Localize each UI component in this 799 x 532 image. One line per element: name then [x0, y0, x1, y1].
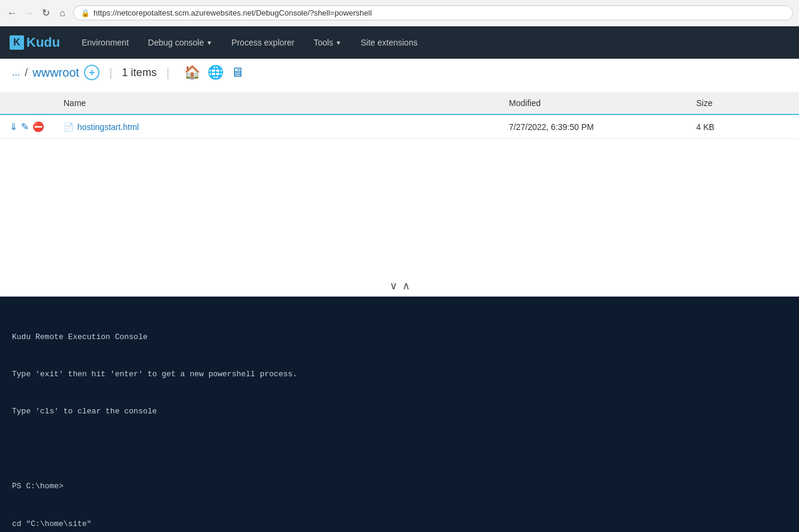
navbar: K Kudu Environment Debug console ▼ Proce…: [0, 26, 799, 59]
file-name: hostingstart.html: [77, 122, 139, 132]
tools-dropdown-arrow: ▼: [336, 40, 342, 46]
col-name-header: Name: [54, 92, 499, 114]
terminal-line-2: Type 'cls' to clear the console: [12, 406, 787, 418]
navbar-brand: K Kudu: [10, 35, 60, 50]
row-modified-cell: 7/27/2022, 6:39:50 PM: [499, 114, 686, 139]
nav-item-debug-console[interactable]: Debug console ▼: [138, 26, 222, 59]
resize-up-arrow[interactable]: ∧: [402, 279, 410, 292]
path-folder[interactable]: wwwroot: [32, 66, 79, 80]
file-name-link[interactable]: 📄 hostingstart.html: [64, 122, 490, 132]
path-separator: /: [25, 66, 28, 79]
globe-icon[interactable]: 🌐: [207, 65, 224, 80]
path-divider-2: |: [166, 66, 169, 80]
terminal-line-3: [12, 443, 787, 456]
home-button[interactable]: ⌂: [56, 7, 68, 19]
col-actions: [0, 92, 54, 114]
col-size-header: Size: [686, 92, 799, 114]
items-count: 1 items: [122, 66, 156, 79]
path-dots[interactable]: ...: [12, 67, 20, 78]
back-button[interactable]: ←: [6, 7, 18, 19]
download-button[interactable]: ⇓: [10, 121, 17, 132]
url-text: https://netcorepotaltest.scm.azurewebsit…: [94, 8, 372, 17]
row-actions-cell: ⇓ ✎ ⛔: [0, 114, 54, 139]
path-bar: ... / wwwroot + | 1 items | 🏠 🌐 🖥: [0, 59, 799, 86]
nav-item-tools[interactable]: Tools ▼: [304, 26, 351, 59]
edit-button[interactable]: ✎: [21, 121, 29, 132]
row-actions: ⇓ ✎ ⛔: [10, 121, 44, 132]
terminal[interactable]: Kudu Remote Execution Console Type 'exit…: [0, 297, 799, 532]
file-table-header: Name Modified Size: [0, 92, 799, 114]
server-icon[interactable]: 🖥: [231, 65, 244, 80]
file-area: ... / wwwroot + | 1 items | 🏠 🌐 🖥 Name M…: [0, 59, 799, 275]
refresh-button[interactable]: ↻: [40, 7, 52, 19]
row-size-cell: 4 KB: [686, 114, 799, 139]
nav-item-site-extensions[interactable]: Site extensions: [351, 26, 427, 59]
resize-down-arrow[interactable]: ∨: [390, 279, 397, 292]
debug-console-dropdown-arrow: ▼: [206, 40, 212, 46]
terminal-line-0: Kudu Remote Execution Console: [12, 331, 787, 344]
terminal-line-4: PS C:\home>: [12, 480, 787, 493]
file-table-body: ⇓ ✎ ⛔ 📄 hostingstart.html 7/27/2022, 6:3…: [0, 114, 799, 139]
terminal-line-5: cd "C:\home\site": [12, 518, 787, 531]
path-divider: |: [109, 66, 112, 80]
main-layout: ... / wwwroot + | 1 items | 🏠 🌐 🖥 Name M…: [0, 59, 799, 532]
forward-button[interactable]: →: [23, 7, 35, 19]
delete-button[interactable]: ⛔: [32, 121, 44, 132]
file-doc-icon: 📄: [64, 122, 74, 132]
kudu-k-icon: K: [10, 35, 24, 50]
add-button[interactable]: +: [84, 65, 100, 80]
col-modified-header: Modified: [499, 92, 686, 114]
nav-item-process-explorer[interactable]: Process explorer: [222, 26, 304, 59]
row-name-cell: 📄 hostingstart.html: [54, 114, 499, 139]
browser-chrome: ← → ↻ ⌂ 🔒 https://netcorepotaltest.scm.a…: [0, 0, 799, 26]
terminal-line-1: Type 'exit' then hit 'enter' to get a ne…: [12, 368, 787, 381]
brand-logo: K Kudu: [10, 35, 60, 50]
home-icon[interactable]: 🏠: [184, 65, 200, 80]
nav-item-environment[interactable]: Environment: [72, 26, 138, 59]
console-resize-handle[interactable]: ∨ ∧: [0, 275, 799, 297]
brand-name: Kudu: [26, 35, 60, 50]
table-row: ⇓ ✎ ⛔ 📄 hostingstart.html 7/27/2022, 6:3…: [0, 114, 799, 139]
address-bar[interactable]: 🔒 https://netcorepotaltest.scm.azurewebs…: [73, 5, 793, 20]
lock-icon: 🔒: [81, 9, 90, 17]
path-icons: 🏠 🌐 🖥: [184, 65, 244, 80]
file-table: Name Modified Size ⇓ ✎ ⛔: [0, 92, 799, 139]
